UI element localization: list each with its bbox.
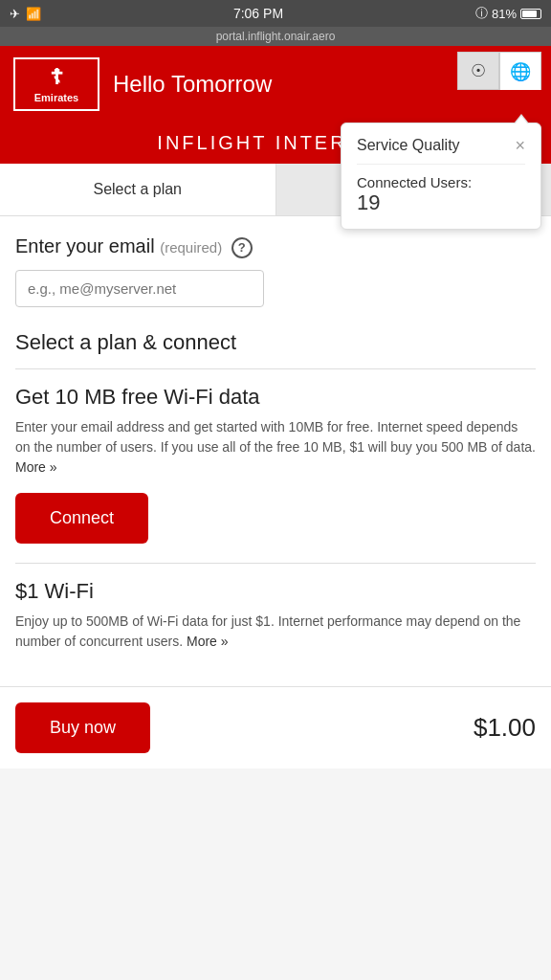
service-quality-popup: Service Quality × Connected Users: 19 [341, 122, 541, 230]
status-bar: ✈ 📶 7:06 PM ⓘ 81% [0, 0, 551, 27]
wifi-icon: 📶 [26, 7, 41, 21]
connected-users-count: 19 [357, 190, 525, 215]
connected-users-label: Connected Users: [357, 174, 525, 190]
status-left: ✈ 📶 [10, 7, 41, 21]
emirates-logo: ☦ Emirates [13, 57, 99, 111]
tab-select-plan[interactable]: Select a plan [0, 164, 276, 215]
plan-free-desc-text: Enter your email address and get started… [15, 419, 536, 455]
email-input[interactable] [15, 270, 264, 307]
section-divider [15, 368, 536, 369]
popup-body: Connected Users: 19 [357, 174, 525, 215]
plan-free-title: Get 10 MB free Wi-Fi data [15, 385, 536, 410]
tagline-text: Hello Tomorrow [113, 71, 272, 97]
bottom-bar: Buy now $1.00 [0, 686, 551, 768]
section-title: Select a plan & connect [15, 330, 536, 355]
popup-divider [357, 164, 525, 165]
plan-paid-desc: Enjoy up to 500MB of Wi-Fi data for just… [15, 612, 536, 652]
popup-title: Service Quality [357, 137, 460, 154]
battery-icon [520, 9, 541, 19]
popup-close-button[interactable]: × [515, 137, 525, 154]
email-label-text: Enter your email [15, 235, 155, 256]
header-icons: ☉ 🌐 [457, 52, 541, 90]
connect-button[interactable]: Connect [15, 493, 148, 544]
tab-select-plan-label: Select a plan [93, 181, 182, 197]
emirates-logo-text: Emirates [34, 92, 78, 103]
help-icon[interactable]: ? [231, 237, 253, 258]
globe-icon-button[interactable]: 🌐 [499, 52, 541, 90]
url-text: portal.inflight.onair.aero [216, 30, 336, 43]
plan-free-desc: Enter your email address and get started… [15, 417, 536, 478]
url-bar: portal.inflight.onair.aero [0, 27, 551, 46]
popup-header: Service Quality × [357, 137, 525, 154]
price-tag: $1.00 [474, 713, 536, 743]
required-text: (required) [160, 239, 222, 256]
plan-paid-desc-text: Enjoy up to 500MB of Wi-Fi data for just… [15, 613, 520, 649]
buy-now-button[interactable]: Buy now [15, 702, 150, 753]
plan-paid-more-link[interactable]: More » [187, 634, 229, 649]
location-icon: ⓘ [475, 5, 488, 22]
status-right: ⓘ 81% [475, 5, 541, 22]
airplane-icon: ✈ [10, 7, 20, 21]
plan-paid-title: $1 Wi-Fi [15, 579, 536, 604]
header: ☦ Emirates Hello Tomorrow ☉ 🌐 [0, 46, 551, 122]
rss-icon-button[interactable]: ☉ [457, 52, 499, 90]
status-time: 7:06 PM [233, 6, 283, 21]
email-section: Enter your email (required) ? [15, 235, 536, 307]
battery-percent: 81% [492, 7, 517, 21]
main-content: Enter your email (required) ? Select a p… [0, 216, 551, 686]
plan-paid: $1 Wi-Fi Enjoy up to 500MB of Wi-Fi data… [15, 563, 536, 652]
email-label: Enter your email (required) ? [15, 235, 536, 258]
plan-free-more-link[interactable]: More » [15, 459, 57, 475]
plan-free: Get 10 MB free Wi-Fi data Enter your ema… [15, 385, 536, 544]
emirates-logo-icon: ☦ [50, 65, 63, 90]
